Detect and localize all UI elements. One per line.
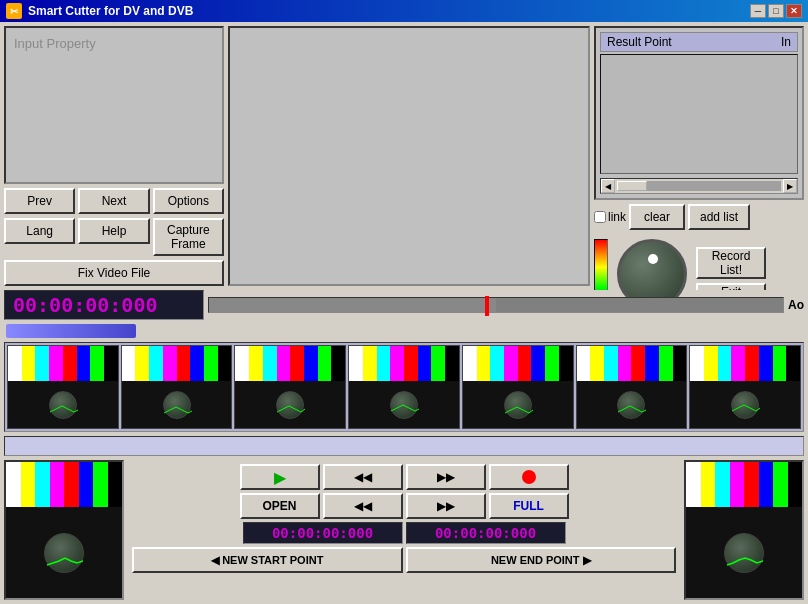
thumbnail-6[interactable] (576, 345, 688, 429)
scroll-thumb[interactable] (617, 181, 647, 191)
bl-colorbar (6, 462, 122, 507)
transport-row-2: OPEN ◀◀ ▶▶ FULL (132, 493, 676, 519)
left-panel: Input Property Prev Next Options Lang He… (4, 26, 224, 286)
full-button[interactable]: FULL (489, 493, 569, 519)
input-property-box: Input Property (4, 26, 224, 184)
stripe (745, 346, 759, 381)
scroll-right-arrow[interactable]: ▶ (783, 179, 797, 193)
br-scope-ball (724, 533, 764, 573)
thumbnail-5[interactable] (462, 345, 574, 429)
ff-button[interactable]: ▶▶ (406, 493, 486, 519)
thumbnail-1[interactable] (7, 345, 119, 429)
stripe (290, 346, 304, 381)
right-btn-row: link clear add list (594, 204, 804, 230)
stripe (759, 346, 773, 381)
transport-row-1: ▶ ◀◀ ▶▶ (132, 464, 676, 490)
scope-7 (690, 381, 800, 428)
rew-button[interactable]: ◀◀ (323, 493, 403, 519)
right-panel: Result Point In ◀ ▶ link clear (594, 26, 804, 286)
help-button[interactable]: Help (78, 218, 149, 244)
stripe (331, 346, 345, 381)
scope-2 (122, 381, 232, 428)
stripe (177, 346, 191, 381)
record-button[interactable] (489, 464, 569, 490)
stripe (618, 346, 632, 381)
add-list-button[interactable]: add list (688, 204, 750, 230)
timecode-end-display: 00:00:00:000 (406, 522, 566, 544)
scroll-left-arrow[interactable]: ◀ (601, 179, 615, 193)
stripe (349, 346, 363, 381)
next-button[interactable]: Next (78, 188, 149, 214)
thumbnail-4[interactable] (348, 345, 460, 429)
title-bar: ✂ Smart Cutter for DV and DVB ─ □ ✕ (0, 0, 808, 22)
close-button[interactable]: ✕ (786, 4, 802, 18)
stripe (477, 346, 491, 381)
stripe (731, 346, 745, 381)
stripe (518, 346, 532, 381)
maximize-button[interactable]: □ (768, 4, 784, 18)
stripe (377, 346, 391, 381)
record-list-button[interactable]: Record List! (696, 247, 766, 280)
stripe (90, 346, 104, 381)
thumbnail-7[interactable] (689, 345, 801, 429)
main-container: Input Property Prev Next Options Lang He… (0, 22, 808, 604)
stripe (690, 346, 704, 381)
thumbnail-3[interactable] (234, 345, 346, 429)
transport-row-3: 00:00:00:000 00:00:00:000 (132, 522, 676, 544)
thumbnails-row (4, 342, 804, 432)
app-title: Smart Cutter for DV and DVB (28, 4, 750, 18)
stripe (235, 346, 249, 381)
minimize-button[interactable]: ─ (750, 4, 766, 18)
step-back-button[interactable]: ◀◀ (323, 464, 403, 490)
new-end-point-button[interactable]: NEW END POINT ▶ (406, 547, 677, 573)
blue-progress-bar (6, 324, 136, 338)
new-start-point-button[interactable]: ◀ NEW START POINT (132, 547, 403, 573)
stripe (659, 346, 673, 381)
stripe (22, 346, 36, 381)
clear-button[interactable]: clear (629, 204, 685, 230)
input-property-label: Input Property (14, 36, 96, 51)
stripe (363, 346, 377, 381)
stripe (263, 346, 277, 381)
options-button[interactable]: Options (153, 188, 224, 214)
stripe (122, 346, 136, 381)
stripe (786, 346, 800, 381)
lang-button[interactable]: Lang (4, 218, 75, 244)
capture-frame-button[interactable]: Capture Frame (153, 218, 224, 256)
stripe (304, 346, 318, 381)
stripe (445, 346, 459, 381)
scope-3 (235, 381, 345, 428)
link-checkbox[interactable] (594, 211, 606, 223)
stripe (277, 346, 291, 381)
fix-video-button[interactable]: Fix Video File (4, 260, 224, 286)
colorbar-7 (690, 346, 800, 381)
bl-scope-ball (44, 533, 84, 573)
progress-bar-container[interactable] (208, 297, 784, 313)
timecode-section: 00:00:00:000 Ao (4, 290, 804, 320)
stripe (577, 346, 591, 381)
thumbnail-2[interactable] (121, 345, 233, 429)
stripe (590, 346, 604, 381)
window-buttons: ─ □ ✕ (750, 4, 802, 18)
bottom-left-thumbnail (4, 460, 124, 600)
stripe (418, 346, 432, 381)
result-box: Result Point In ◀ ▶ (594, 26, 804, 200)
open-button[interactable]: OPEN (240, 493, 320, 519)
colorbar-6 (577, 346, 687, 381)
stripe (404, 346, 418, 381)
prev-button[interactable]: Prev (4, 188, 75, 214)
stripe (718, 346, 732, 381)
btn-row-2: Lang Help Capture Frame (4, 218, 224, 256)
link-check: link (594, 210, 626, 224)
stripe (559, 346, 573, 381)
stripe (249, 346, 263, 381)
transport-row-4: ◀ NEW START POINT NEW END POINT ▶ (132, 547, 676, 573)
stripe (604, 346, 618, 381)
scrollbar-h: ◀ ▶ (600, 178, 798, 194)
top-section: Input Property Prev Next Options Lang He… (4, 26, 804, 286)
btn-row-3: Fix Video File (4, 260, 224, 286)
timecode-start-display: 00:00:00:000 (243, 522, 403, 544)
stripe (218, 346, 232, 381)
play-button[interactable]: ▶ (240, 464, 320, 490)
step-fwd-button[interactable]: ▶▶ (406, 464, 486, 490)
